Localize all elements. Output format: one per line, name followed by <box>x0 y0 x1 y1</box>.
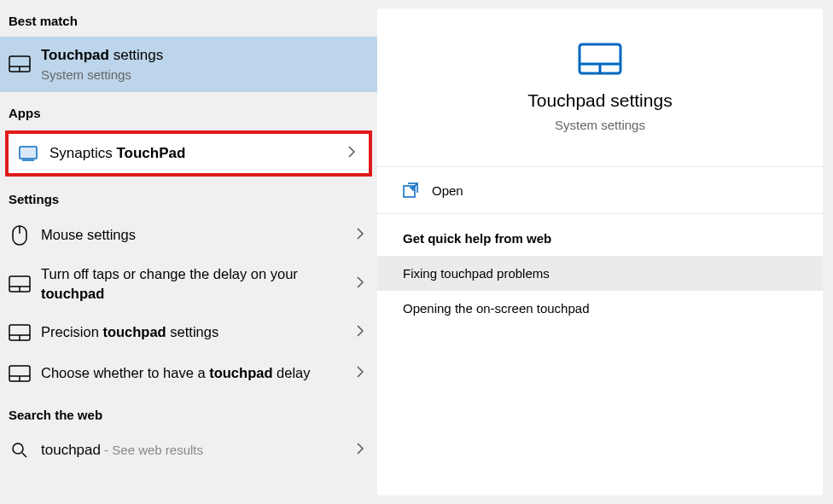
chevron-right-icon <box>352 366 369 381</box>
section-search-web-header: Search the web <box>0 394 377 431</box>
settings-touchpad-delay[interactable]: Choose whether to have a touchpad delay <box>0 353 377 394</box>
preview-title: Touchpad settings <box>394 90 806 111</box>
search-icon <box>9 439 31 461</box>
web-search-result[interactable]: touchpad - See web results <box>0 431 377 470</box>
best-match-text: Touchpad settings System settings <box>41 45 369 84</box>
svg-rect-4 <box>20 148 36 158</box>
app-icon <box>17 142 39 165</box>
touchpad-icon <box>9 273 31 295</box>
settings-mouse[interactable]: Mouse settings <box>0 215 377 256</box>
chevron-right-icon <box>352 443 369 458</box>
chevron-right-icon <box>343 146 360 161</box>
help-section: Get quick help from web Fixing touchpad … <box>377 214 823 334</box>
preview-header: Touchpad settings System settings <box>377 9 823 167</box>
touchpad-icon <box>9 362 31 385</box>
search-results-panel: Best match Touchpad settings System sett… <box>0 0 377 504</box>
svg-line-18 <box>22 453 26 457</box>
app-synaptics-touchpad[interactable]: Synaptics TouchPad <box>5 130 372 177</box>
settings-turn-off-taps[interactable]: Turn off taps or change the delay on you… <box>0 256 377 312</box>
section-settings-header: Settings <box>0 178 377 215</box>
chevron-right-icon <box>352 276 369 292</box>
mouse-icon <box>9 224 31 246</box>
preview-panel: Touchpad settings System settings Open G… <box>377 9 823 495</box>
section-apps-header: Apps <box>0 92 377 129</box>
help-header: Get quick help from web <box>403 231 797 246</box>
open-icon <box>403 182 418 198</box>
touchpad-large-icon <box>578 43 622 75</box>
open-label: Open <box>432 183 463 198</box>
svg-point-17 <box>13 443 23 454</box>
help-onscreen-touchpad[interactable]: Opening the on-screen touchpad <box>377 291 823 326</box>
preview-subtitle: System settings <box>394 118 806 132</box>
chevron-right-icon <box>352 228 369 243</box>
touchpad-icon <box>9 53 31 75</box>
chevron-right-icon <box>352 325 369 340</box>
help-fixing-touchpad[interactable]: Fixing touchpad problems <box>377 256 823 291</box>
settings-precision-touchpad[interactable]: Precision touchpad settings <box>0 312 377 353</box>
section-best-match-header: Best match <box>0 0 377 37</box>
best-match-result[interactable]: Touchpad settings System settings <box>0 37 377 92</box>
touchpad-icon <box>9 322 31 344</box>
open-action[interactable]: Open <box>377 167 823 214</box>
